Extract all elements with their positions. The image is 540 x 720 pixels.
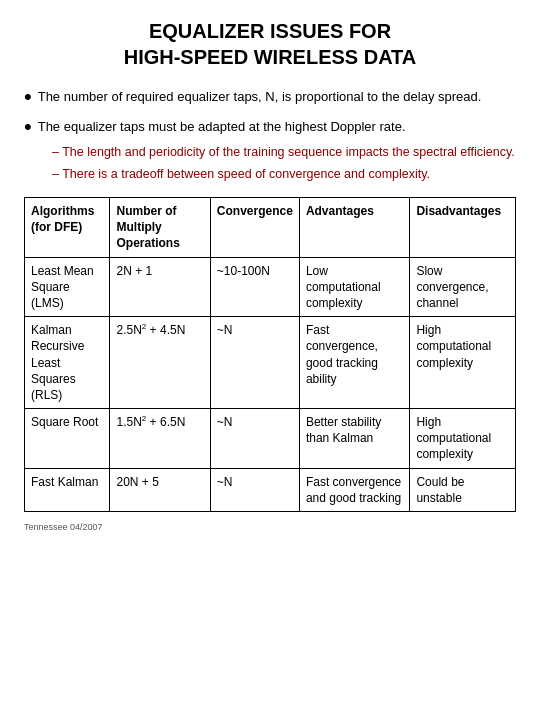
page-title: EQUALIZER ISSUES FOR HIGH-SPEED WIRELESS… [24, 18, 516, 70]
cell-adv: Fast convergence and good tracking [299, 468, 410, 511]
cell-adv: Better stability than Kalman [299, 409, 410, 469]
table-header-row: Algorithms (for DFE) Number ofMultiplyOp… [25, 198, 516, 258]
cell-dis: High computational complexity [410, 409, 516, 469]
cell-algo: Kalman Recursive Least Squares (RLS) [25, 317, 110, 409]
cell-algo: Fast Kalman [25, 468, 110, 511]
cell-conv: ~10-100N [210, 257, 299, 317]
table-row: Fast Kalman 20N + 5 ~N Fast convergence … [25, 468, 516, 511]
footer: Tennessee 04/2007 [24, 522, 516, 532]
sub-bullets: – The length and periodicity of the trai… [52, 144, 516, 183]
comparison-table: Algorithms (for DFE) Number ofMultiplyOp… [24, 197, 516, 512]
cell-dis: Slow convergence, channel [410, 257, 516, 317]
sub-bullet-text-2: – There is a tradeoff between speed of c… [52, 166, 430, 184]
sub-bullet-2: – There is a tradeoff between speed of c… [52, 166, 516, 184]
bullet-text-1: The number of required equalizer taps, N… [38, 88, 482, 106]
cell-ops: 1.5N2 + 6.5N [110, 409, 210, 469]
sub-bullet-text-1: – The length and periodicity of the trai… [52, 144, 515, 162]
bullet-dot-2: • [24, 116, 32, 138]
cell-conv: ~N [210, 409, 299, 469]
col-header-ops: Number ofMultiplyOperations [110, 198, 210, 258]
bullet-section-2: • The equalizer taps must be adapted at … [24, 118, 516, 183]
sub-bullet-1: – The length and periodicity of the trai… [52, 144, 516, 162]
cell-algo: Least Mean Square (LMS) [25, 257, 110, 317]
cell-algo: Square Root [25, 409, 110, 469]
cell-conv: ~N [210, 468, 299, 511]
table-row: Kalman Recursive Least Squares (RLS) 2.5… [25, 317, 516, 409]
col-header-algo: Algorithms (for DFE) [25, 198, 110, 258]
table-row: Square Root 1.5N2 + 6.5N ~N Better stabi… [25, 409, 516, 469]
col-header-dis: Disadvantages [410, 198, 516, 258]
bullet-section-1: • The number of required equalizer taps,… [24, 88, 516, 108]
cell-ops: 2N + 1 [110, 257, 210, 317]
table-row: Least Mean Square (LMS) 2N + 1 ~10-100N … [25, 257, 516, 317]
col-header-conv: Convergence [210, 198, 299, 258]
col-header-adv: Advantages [299, 198, 410, 258]
cell-ops: 20N + 5 [110, 468, 210, 511]
cell-conv: ~N [210, 317, 299, 409]
cell-adv: Low computational complexity [299, 257, 410, 317]
cell-dis: High computational complexity [410, 317, 516, 409]
bullet-dot-1: • [24, 86, 32, 108]
cell-ops: 2.5N2 + 4.5N [110, 317, 210, 409]
cell-adv: Fast convergence, good tracking ability [299, 317, 410, 409]
bullet-text-2: The equalizer taps must be adapted at th… [38, 118, 406, 136]
cell-dis: Could be unstable [410, 468, 516, 511]
col-header-ops-text: Number ofMultiplyOperations [116, 204, 179, 250]
